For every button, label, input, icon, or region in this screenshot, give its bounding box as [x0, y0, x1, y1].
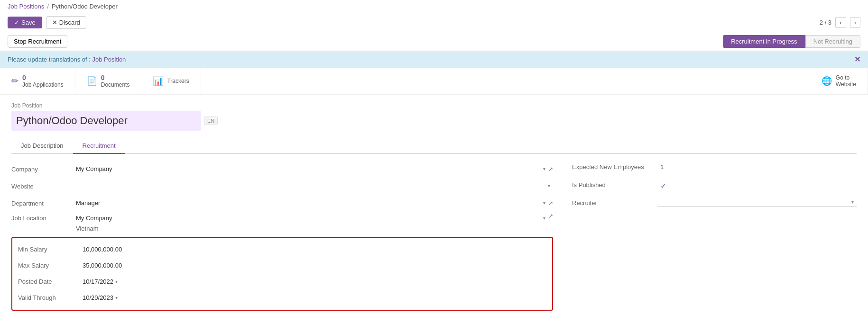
job-location-value: My Company: [76, 215, 112, 222]
job-location-sub: Vietnam: [73, 224, 548, 233]
department-value: Manager: [76, 199, 100, 206]
company-external-link[interactable]: ↗: [548, 166, 553, 172]
expected-employees-row: Expected New Employees 1: [572, 162, 857, 177]
job-location-row: Job Location My Company ▾ Vietnam ↗: [11, 213, 553, 233]
recruiter-label: Recruiter: [572, 197, 657, 206]
action-bar: ✓ Save ✕ Discard 2 / 3 ‹ ›: [0, 13, 868, 32]
form-body: Company My Company ▾ ↗ Website ▾ Departm…: [11, 154, 857, 318]
expected-employees-value[interactable]: 1: [657, 162, 857, 172]
recruiter-field[interactable]: ▾: [657, 197, 857, 207]
recruiter-dropdown-arrow: ▾: [851, 199, 854, 205]
job-applications-count: 0: [22, 74, 64, 81]
salary-section: Min Salary 10,000,000.00 Max Salary 35,0…: [11, 237, 553, 311]
status-in-progress-button[interactable]: Recruitment in Progress: [723, 35, 805, 48]
globe-icon: 🌐: [822, 76, 832, 86]
max-salary-label: Max Salary: [18, 262, 80, 269]
record-navigation: 2 / 3 ‹ ›: [820, 17, 860, 28]
department-field[interactable]: Manager ▾: [73, 197, 548, 209]
smart-btn-documents[interactable]: 📄 0 Documents: [75, 68, 142, 94]
min-salary-value[interactable]: 10,000,000.00: [80, 244, 546, 255]
max-salary-row: Max Salary 35,000,000.00: [18, 258, 546, 273]
valid-through-label: Valid Through: [18, 294, 80, 301]
min-salary-label: Min Salary: [18, 246, 80, 253]
breadcrumb-parent[interactable]: Job Positions: [8, 3, 44, 10]
form-right: Expected New Employees 1 Is Published ✓ …: [572, 162, 857, 311]
department-label: Department: [11, 200, 73, 207]
nav-next-button[interactable]: ›: [850, 17, 860, 28]
job-applications-label: Job Applications: [22, 81, 64, 88]
department-row: Department Manager ▾ ↗: [11, 196, 553, 211]
breadcrumb: Job Positions / Python/Odoo Developer: [0, 0, 868, 13]
check-icon: ✓: [660, 182, 666, 190]
valid-through-row: Valid Through 10/20/2023 ▾: [18, 290, 546, 305]
department-external-link[interactable]: ↗: [548, 200, 553, 206]
document-icon: 📄: [87, 76, 97, 86]
form-tabs: Job Description Recruitment: [11, 138, 857, 154]
posted-date-field[interactable]: 10/17/2022 ▾: [80, 276, 546, 287]
documents-label: Documents: [101, 81, 130, 88]
recruiter-row: Recruiter ▾: [572, 197, 857, 213]
company-row: Company My Company ▾ ↗: [11, 162, 553, 177]
trackers-label: Trackers: [167, 78, 189, 84]
company-label: Company: [11, 166, 73, 173]
secondary-action-bar: Stop Recruitment Recruitment in Progress…: [0, 32, 868, 51]
record-count: 2 / 3: [820, 19, 831, 26]
breadcrumb-current: Python/Odoo Developer: [52, 3, 118, 10]
website-dropdown-arrow: ▾: [548, 183, 550, 188]
department-dropdown-arrow: ▾: [543, 200, 545, 206]
form-left: Company My Company ▾ ↗ Website ▾ Departm…: [11, 162, 553, 311]
discard-button[interactable]: ✕ Discard: [46, 16, 86, 29]
discard-icon: ✕: [52, 19, 57, 26]
job-location-label: Job Location: [11, 213, 73, 222]
language-badge: EN: [204, 117, 218, 125]
posted-date-row: Posted Date 10/17/2022 ▾: [18, 274, 546, 289]
job-position-header: Job Position EN: [11, 102, 857, 131]
is-published-checkbox[interactable]: ✓: [657, 179, 857, 192]
tab-recruitment[interactable]: Recruitment: [73, 138, 125, 154]
posted-date-value: 10/17/2022: [83, 278, 113, 285]
pencil-icon: ✏: [11, 76, 18, 86]
smart-buttons-bar: ✏ 0 Job Applications 📄 0 Documents 📊 Tra…: [0, 68, 868, 95]
expected-employees-label: Expected New Employees: [572, 162, 657, 170]
company-field[interactable]: My Company ▾: [73, 163, 548, 175]
valid-through-field[interactable]: 10/20/2023 ▾: [80, 292, 546, 303]
job-position-label: Job Position: [11, 102, 857, 109]
smart-btn-go-to-website[interactable]: 🌐 Go toWebsite: [810, 68, 868, 94]
job-location-dropdown-arrow: ▾: [543, 215, 545, 221]
alert-close-button[interactable]: ✕: [854, 55, 860, 64]
max-salary-value[interactable]: 35,000,000.00: [80, 260, 546, 271]
company-value: My Company: [76, 165, 112, 172]
alert-link[interactable]: Job Position: [92, 56, 126, 63]
nav-prev-button[interactable]: ‹: [835, 17, 846, 28]
valid-through-value: 10/20/2023: [83, 294, 113, 301]
tab-job-description[interactable]: Job Description: [11, 138, 73, 154]
stop-recruitment-button[interactable]: Stop Recruitment: [8, 35, 67, 48]
alert-banner: Please update translations of : Job Posi…: [0, 51, 868, 68]
job-location-field[interactable]: My Company ▾: [73, 213, 548, 224]
is-published-label: Is Published: [572, 179, 657, 188]
breadcrumb-separator: /: [47, 3, 49, 10]
alert-text: Please update translations of : Job Posi…: [8, 56, 126, 63]
website-field[interactable]: ▾: [73, 181, 553, 191]
min-salary-row: Min Salary 10,000,000.00: [18, 242, 546, 257]
form-area: Job Position EN Job Description Recruitm…: [0, 95, 868, 326]
company-dropdown-arrow: ▾: [543, 166, 545, 171]
job-location-external-link[interactable]: ↗: [548, 213, 553, 219]
smart-btn-trackers[interactable]: 📊 Trackers: [141, 68, 201, 94]
chart-icon: 📊: [153, 76, 163, 86]
go-to-website-label: Go toWebsite: [836, 74, 856, 88]
documents-count: 0: [101, 74, 130, 81]
save-icon: ✓: [14, 19, 19, 26]
smart-btn-job-applications[interactable]: ✏ 0 Job Applications: [0, 68, 75, 94]
job-title-input[interactable]: [11, 111, 201, 131]
valid-through-arrow: ▾: [115, 295, 118, 300]
posted-date-label: Posted Date: [18, 278, 80, 285]
is-published-row: Is Published ✓: [572, 179, 857, 195]
save-button[interactable]: ✓ Save: [8, 17, 42, 28]
status-toggle: Recruitment in Progress Not Recruiting: [723, 35, 860, 48]
status-not-recruiting-button[interactable]: Not Recruiting: [805, 35, 860, 48]
website-row: Website ▾: [11, 179, 553, 194]
posted-date-arrow: ▾: [115, 279, 118, 284]
website-label: Website: [11, 183, 73, 190]
